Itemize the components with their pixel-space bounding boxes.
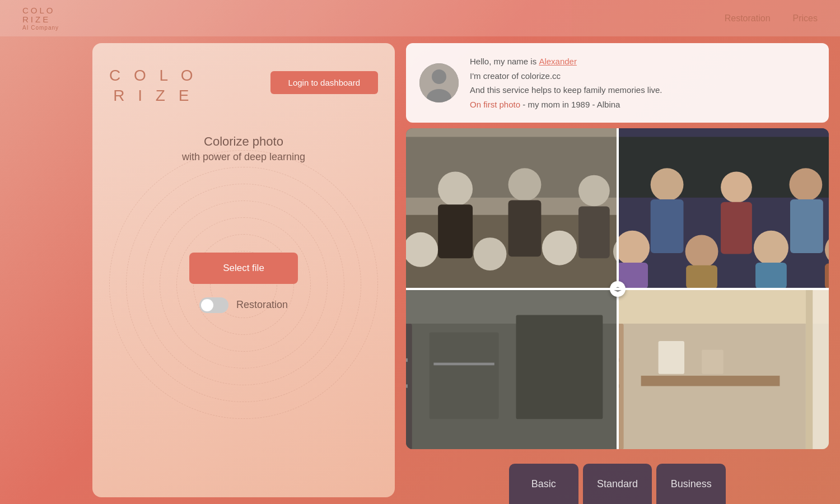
svg-point-37: [753, 231, 788, 265]
photo-color-top: [618, 128, 829, 289]
photo-bw-bottom: SHORPY: [406, 289, 618, 450]
bw-room-svg: SHORPY: [406, 289, 618, 450]
svg-rect-48: [406, 384, 408, 388]
photo-divider-horizontal: [406, 288, 829, 290]
nav-links: Restoration Prices: [725, 13, 818, 24]
tagline-main: Colorize photo: [182, 134, 305, 149]
toggle-thumb: [201, 299, 213, 311]
decorative-circles: [104, 144, 384, 424]
svg-rect-62: [658, 340, 684, 374]
restoration-toggle-row: Restoration: [199, 297, 288, 313]
svg-point-8: [438, 171, 473, 206]
info-card: Hello, my name is Alexander I'm creator …: [406, 43, 829, 123]
info-name: Alexander: [539, 57, 577, 66]
svg-rect-40: [824, 264, 829, 289]
svg-rect-28: [721, 202, 752, 254]
svg-rect-63: [702, 349, 724, 374]
info-line4: On first photo - my mom in 1989 - Albina: [470, 97, 662, 112]
svg-rect-30: [790, 199, 823, 253]
info-greeting: Hello, my name is Alexander: [470, 54, 662, 69]
svg-rect-54: [805, 289, 812, 450]
avatar-image: [419, 63, 459, 102]
color-photo-svg: [618, 128, 829, 289]
svg-point-18: [474, 237, 507, 270]
price-card-basic[interactable]: Basic: [509, 464, 578, 504]
info-line4-prefix: On first photo: [470, 100, 520, 109]
left-logo: C O L O R I Z E: [109, 66, 198, 106]
left-logo-line1: C O L O: [109, 66, 198, 86]
svg-rect-44: [430, 332, 499, 419]
svg-point-25: [650, 168, 683, 201]
left-panel: C O L O R I Z E Login to dashboard Color…: [92, 43, 395, 497]
price-label-business: Business: [671, 478, 712, 490]
svg-rect-45: [516, 315, 603, 419]
svg-rect-38: [755, 263, 787, 288]
info-line3: And this service helps to keep family me…: [470, 83, 662, 97]
svg-point-10: [578, 175, 610, 207]
avatar: [419, 63, 459, 102]
svg-point-1: [432, 69, 446, 84]
svg-rect-26: [650, 199, 683, 253]
restoration-toggle[interactable]: [199, 297, 228, 313]
navbar: COLORIZE AI Company Restoration Prices: [0, 0, 840, 36]
left-logo-line2: R I Z E: [109, 86, 198, 106]
svg-rect-61: [641, 375, 780, 386]
svg-point-35: [685, 235, 718, 268]
photo-bw-top: [406, 128, 618, 289]
restoration-label: Restoration: [236, 299, 288, 311]
login-button[interactable]: Login to dashboard: [270, 71, 378, 94]
info-text: Hello, my name is Alexander I'm creator …: [470, 54, 662, 111]
info-line2: I'm creator of colorize.cc: [470, 69, 662, 83]
photo-color-bottom: [618, 289, 829, 450]
main-content: C O L O R I Z E Login to dashboard Color…: [0, 0, 840, 504]
svg-rect-49: [433, 362, 494, 365]
svg-point-19: [542, 231, 577, 265]
svg-rect-13: [438, 204, 473, 258]
select-file-button[interactable]: Select file: [189, 253, 298, 284]
svg-rect-15: [578, 206, 610, 258]
nav-link-prices[interactable]: Prices: [793, 13, 818, 24]
nav-logo: COLORIZE AI Company: [22, 6, 59, 31]
tagline: Colorize photo with power of deep learni…: [182, 134, 305, 163]
svg-rect-47: [406, 358, 408, 361]
svg-rect-36: [686, 265, 717, 289]
tagline-sub: with power of deep learning: [182, 151, 305, 163]
photo-comparison-grid: SHORPY: [406, 128, 829, 449]
info-albina: Albina: [597, 100, 620, 109]
color-room-svg: [618, 289, 829, 450]
svg-point-9: [508, 168, 542, 201]
nav-logo-line1: COLORIZE: [22, 6, 59, 25]
price-label-standard: Standard: [597, 478, 638, 490]
price-label-basic: Basic: [531, 478, 556, 490]
price-card-standard[interactable]: Standard: [583, 464, 652, 504]
pricing-section: Basic Standard Business: [406, 455, 829, 504]
svg-point-27: [721, 171, 752, 203]
svg-point-29: [789, 168, 822, 201]
right-panel: Hello, my name is Alexander I'm creator …: [395, 36, 840, 504]
svg-rect-14: [508, 200, 542, 257]
nav-logo-sub: AI Company: [22, 25, 59, 31]
price-card-business[interactable]: Business: [656, 464, 726, 504]
nav-link-restoration[interactable]: Restoration: [725, 13, 771, 24]
svg-rect-52: [618, 289, 829, 324]
bw-photo-svg: [406, 128, 618, 289]
